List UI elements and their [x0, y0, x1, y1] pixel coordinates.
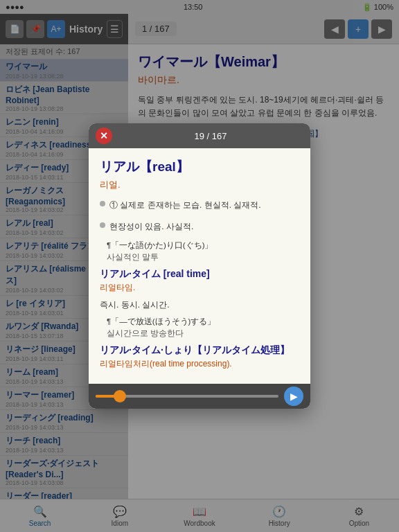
- bullet-dot-2: [100, 222, 105, 228]
- modal-sub-example-1: ¶「—で放送(ほうそう)する」: [107, 317, 299, 327]
- modal-example-1-tr: 사실적인 말투: [107, 252, 299, 263]
- modal-sub-def-1: 즉시. 동시. 실시간.: [100, 298, 299, 312]
- modal-def-1-row: ① 실제로 존재하는 모습. 현실적. 실재적.: [100, 198, 299, 216]
- modal-sub-entry-2-reading: 리얼타임처리(real time processing).: [100, 358, 299, 370]
- modal-sub-example-1-tr: 실시간으로 방송한다: [107, 328, 299, 339]
- modal-entry-reading: 리얼.: [100, 179, 299, 191]
- modal-definition-1: ① 실제로 존재하는 모습. 현실적. 실재적.: [109, 198, 261, 212]
- modal-example-1: ¶「一な語(かた)り口(ぐち)」: [107, 240, 299, 251]
- modal-overlay[interactable]: ✕ 19 / 167 リアル【real】 리얼. ① 실제로 존재하는 모습. …: [0, 0, 399, 532]
- modal-body: リアル【real】 리얼. ① 실제로 존재하는 모습. 현실적. 실재적. 현…: [89, 148, 310, 383]
- modal-entry-title: リアル【real】: [100, 158, 299, 176]
- progress-slider[interactable]: [96, 395, 278, 398]
- modal-dialog: ✕ 19 / 167 リアル【real】 리얼. ① 실제로 존재하는 모습. …: [89, 123, 310, 408]
- modal-definition-2: 현장성이 있음. 사실적.: [109, 220, 193, 233]
- modal-sub-entry-2-title: リアル·タイム·しょり【リアルタイム処理】: [100, 344, 299, 357]
- play-button[interactable]: ▶: [284, 387, 303, 406]
- modal-page-indicator: 19 / 167: [118, 131, 303, 141]
- modal-footer: ▶: [89, 384, 310, 409]
- bullet-dot-1: [100, 201, 105, 206]
- modal-close-button[interactable]: ✕: [96, 127, 112, 144]
- modal-def-2-row: 현장성이 있음. 사실적.: [100, 220, 299, 238]
- slider-thumb[interactable]: [114, 390, 126, 402]
- modal-sub-entry-1-title: リアル·タイム [real time]: [100, 268, 299, 281]
- modal-sub-entry-1-reading: 리얼타임.: [100, 282, 299, 294]
- modal-header: ✕ 19 / 167: [89, 123, 310, 148]
